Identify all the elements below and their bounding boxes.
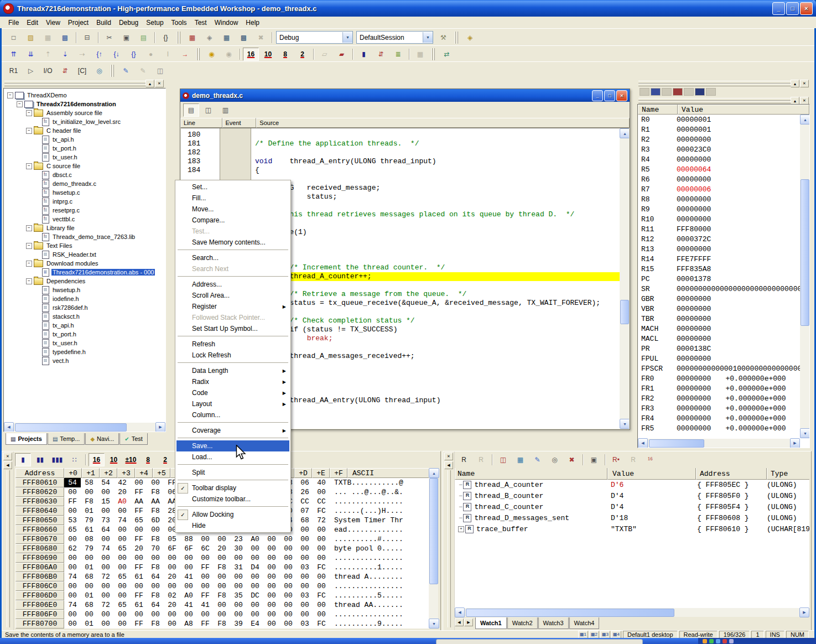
memory-byte-cell[interactable]: 72 [313,516,330,525]
memory-byte-cell[interactable]: 65 [114,572,131,581]
menu-item-search[interactable]: Search... [176,252,289,263]
memory-row[interactable]: FFF8067000080000FFF80588000023A000000000… [15,534,436,544]
memory-byte-cell[interactable]: F8 [147,591,164,600]
memory-byte-cell[interactable]: 79 [81,544,97,553]
memory-byte-cell[interactable]: 00 [263,619,280,629]
tree-item[interactable]: tx_initialize_low_level.src [5,117,165,126]
memory-byte-cell[interactable]: 00 [280,563,297,572]
menu-item-compare[interactable]: Compare... [176,215,289,226]
menu-item-split[interactable]: Split [176,467,289,478]
register-row[interactable]: FPUL00000000 [638,354,800,363]
memory-byte-cell[interactable]: 00 [280,581,297,591]
memory-byte-cell[interactable]: 00 [313,581,330,591]
memory-address-cell[interactable]: FFF806C0 [15,581,64,591]
editor-column-source[interactable]: Source [256,118,630,128]
tree-item[interactable]: vect.h [5,356,165,365]
memory-byte-cell[interactable]: 61 [131,572,147,581]
memory-byte-cell[interactable]: 00 [230,553,247,563]
desktop-layout-button-3[interactable]: ▦3 [600,631,610,638]
memory-ascii-header[interactable]: ASCII [347,468,436,478]
memory-byte-cell[interactable]: FC [313,619,330,629]
tree-item[interactable]: −Text Files [5,241,165,250]
trace-window-button[interactable]: ⇵ [57,64,73,77]
memory-byte-cell[interactable]: 41 [180,572,197,581]
tab-projects[interactable]: ▤Projects [6,433,47,445]
open-folder-button[interactable]: ▨ [23,31,39,44]
register-row[interactable]: R100000001 [638,124,800,134]
menu-item-load[interactable]: Load... [176,451,289,463]
data-1byte-button[interactable]: ▮ [15,453,31,466]
memory-byte-cell[interactable]: 00 [297,544,313,553]
register-grip-2[interactable]: ▲ ✕ [637,97,810,104]
memory-byte-cell[interactable]: 58 [81,478,97,487]
memory-byte-cell[interactable]: 00 [313,544,330,553]
register-hscroll-thumb[interactable] [649,439,704,448]
desktop-layout-button-4[interactable]: ▦4 [611,631,621,638]
code-line[interactable]: 182 [181,148,620,157]
image-view-button[interactable]: ◎ [91,64,107,77]
memory-byte-cell[interactable]: 03 [297,591,313,600]
memory-byte-cell[interactable]: 00 [131,581,147,591]
memory-byte-cell[interactable]: 00 [197,572,214,581]
memory-byte-cell[interactable]: 00 [114,553,131,563]
memory-byte-cell[interactable]: 20 [131,544,147,553]
register-pin-button[interactable]: ▲ [791,97,799,105]
watch-row[interactable]: ⋯Rthread_B_counterD'4{ FFF805F0 }(ULONG) [455,490,809,501]
register-vscroll-thumb[interactable] [801,179,809,326]
memory-byte-cell[interactable]: 00 [247,600,263,610]
memory-byte-cell[interactable]: 39 [230,619,247,629]
memory-byte-cell[interactable]: 00 [214,610,230,619]
memory-address-cell[interactable]: FFF806D0 [15,591,64,600]
memory-byte-cell[interactable]: 00 [114,619,131,629]
memory-byte-cell[interactable]: 00 [64,610,81,619]
memory-byte-cell[interactable]: 00 [64,534,81,544]
register-row[interactable]: R800000000 [638,194,800,204]
memory-byte-cell[interactable]: 00 [64,506,81,516]
tree-item[interactable]: tx_port.h [5,144,165,153]
memory-byte-cell[interactable]: 00 [114,534,131,544]
memory-row[interactable]: FFF806A000010000FFF80000FFF831D4000003FC… [15,563,436,572]
mini-toolbar-button[interactable] [651,88,661,96]
memory-byte-cell[interactable]: 00 [180,553,197,563]
tree-item[interactable]: resetprg.c [5,206,165,215]
register-value-header[interactable]: Value [678,105,809,115]
memory-column-header[interactable]: +2 [100,468,117,478]
memory-byte-cell[interactable]: 00 [97,619,114,629]
edit-pencil-button[interactable]: ✎ [118,64,134,77]
memory-byte-cell[interactable]: A8 [180,619,197,629]
register-row[interactable]: PC00001378 [638,274,800,284]
tree-expand-icon[interactable]: − [26,278,32,284]
paste-button[interactable]: ▤ [136,31,152,44]
memory-byte-cell[interactable]: 65 [114,600,131,610]
menu-item-lock-refresh[interactable]: Lock Refresh [176,350,289,361]
memory-byte-cell[interactable]: 6C [197,544,214,553]
memory-byte-cell[interactable]: 00 [97,534,114,544]
memory-byte-cell[interactable]: 00 [180,581,197,591]
memory-byte-cell[interactable]: E4 [247,619,263,629]
memory-byte-cell[interactable]: 61 [81,525,97,534]
taskbar-search-input[interactable] [436,639,643,644]
watch-column-header-name[interactable]: Name [455,468,607,480]
memory-byte-cell[interactable]: 00 [247,544,263,553]
tree-item[interactable]: rsk7286def.h [5,303,165,312]
memory-column-header[interactable]: +F [330,468,347,478]
register-row[interactable]: FR300000000+0.000000e+000 [638,403,800,413]
register-row[interactable]: FR400000000+0.000000e+000 [638,413,800,423]
memory-address-cell[interactable]: FFF80630 [15,497,64,506]
tree-item[interactable]: vecttbl.c [5,215,165,224]
tray-icon[interactable] [729,639,734,643]
memory-byte-cell[interactable]: 00 [313,487,330,497]
tab-test[interactable]: ✔Test [119,433,148,445]
tray-icon[interactable] [723,639,727,643]
memory-byte-cell[interactable]: 00 [247,610,263,619]
memory-collapse-button[interactable]: ◀ [3,461,12,469]
memory-byte-cell[interactable]: 00 [81,581,97,591]
tree-expand-icon[interactable]: − [26,243,32,249]
menu-item-toolbar-display[interactable]: Toolbar display✓ [176,482,289,494]
memory-byte-cell[interactable]: D4 [247,563,263,572]
memory-byte-cell[interactable]: 74 [64,600,81,610]
memory-byte-cell[interactable]: 00 [114,506,131,516]
watch-list-button[interactable]: ≣ [390,48,406,61]
memory-byte-cell[interactable]: 30 [230,544,247,553]
tree-item[interactable]: −Dependencies [5,277,165,285]
